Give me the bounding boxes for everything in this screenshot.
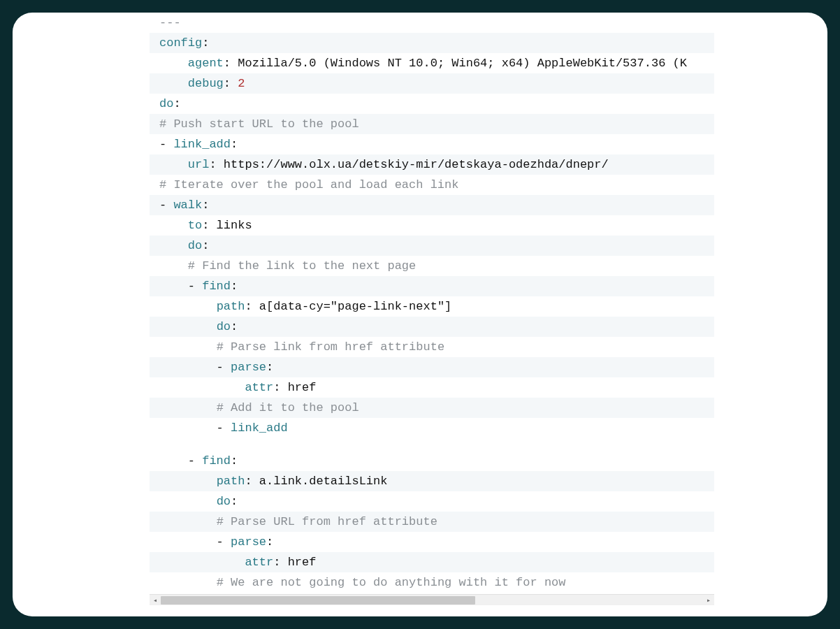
code-token: # Find the link to the next page bbox=[188, 259, 416, 273]
code-token: config bbox=[159, 36, 202, 50]
code-blank-line bbox=[150, 438, 714, 451]
code-token: 2 bbox=[238, 77, 245, 90]
code-token: : bbox=[231, 495, 238, 508]
code-token bbox=[159, 219, 188, 232]
code-line: - find: bbox=[150, 451, 714, 471]
code-token: # Parse link from href attribute bbox=[217, 340, 444, 354]
code-token: agent bbox=[188, 57, 224, 70]
code-token bbox=[159, 401, 217, 414]
code-token: : bbox=[202, 239, 209, 252]
code-token: parse bbox=[231, 361, 266, 374]
code-line: - link_add bbox=[150, 418, 714, 438]
code-token: path bbox=[217, 300, 245, 313]
code-token: : href bbox=[273, 381, 316, 394]
code-token bbox=[159, 340, 217, 354]
code-line: - find: bbox=[150, 276, 714, 296]
code-token: : href bbox=[273, 556, 316, 569]
code-line: attr: href bbox=[150, 377, 714, 398]
code-line: config: bbox=[150, 33, 714, 53]
code-line: # Add it to the pool bbox=[150, 398, 714, 418]
code-token: link_add bbox=[231, 421, 288, 435]
code-token: find bbox=[202, 454, 231, 468]
code-line: # Push start URL to the pool bbox=[150, 114, 714, 134]
code-token: - bbox=[159, 535, 231, 549]
code-token: link_add bbox=[173, 138, 231, 151]
code-token bbox=[159, 259, 188, 273]
code-line: # Parse link from href attribute bbox=[150, 337, 714, 357]
code-token: : links bbox=[202, 219, 252, 232]
code-token bbox=[159, 475, 217, 488]
code-token bbox=[159, 320, 217, 333]
code-block[interactable]: ---config: agent: Mozilla/5.0 (Windows N… bbox=[150, 13, 714, 605]
code-line: debug: 2 bbox=[150, 73, 714, 94]
code-line: do: bbox=[150, 94, 714, 114]
code-token: : bbox=[231, 138, 238, 151]
code-token: : bbox=[231, 280, 238, 293]
code-line: to: links bbox=[150, 215, 714, 236]
code-token: do bbox=[217, 320, 231, 333]
scrollbar-track[interactable] bbox=[161, 595, 703, 606]
code-token: : a[data-cy="page-link-next"] bbox=[245, 300, 451, 313]
code-token: : a.link.detailsLink bbox=[245, 475, 387, 488]
code-token: - bbox=[159, 454, 202, 468]
code-line: attr: href bbox=[150, 552, 714, 572]
code-token: : bbox=[231, 320, 238, 333]
scroll-right-arrow-icon[interactable]: ▸ bbox=[703, 595, 714, 606]
code-token: - bbox=[159, 361, 231, 374]
code-line: agent: Mozilla/5.0 (Windows NT 10.0; Win… bbox=[150, 53, 714, 73]
code-token: - bbox=[159, 138, 173, 151]
scrollbar-thumb[interactable] bbox=[161, 596, 475, 605]
code-token bbox=[159, 576, 217, 589]
code-line: # Parse URL from href attribute bbox=[150, 512, 714, 532]
code-token: attr bbox=[245, 556, 273, 569]
code-line: - link_add: bbox=[150, 134, 714, 154]
code-token bbox=[159, 495, 217, 508]
code-token: : bbox=[231, 454, 238, 468]
code-line: path: a[data-cy="page-link-next"] bbox=[150, 296, 714, 317]
code-token: walk bbox=[173, 198, 202, 212]
code-token: --- bbox=[159, 16, 181, 29]
code-token bbox=[159, 57, 188, 70]
code-token bbox=[159, 515, 217, 528]
code-token: url bbox=[188, 158, 210, 171]
code-token: attr bbox=[245, 381, 273, 394]
horizontal-scrollbar[interactable]: ◂ ▸ bbox=[150, 594, 714, 605]
code-token: # Iterate over the pool and load each li… bbox=[159, 178, 458, 191]
code-token: # Push start URL to the pool bbox=[159, 117, 359, 131]
code-line: # We are not going to do anything with i… bbox=[150, 572, 714, 593]
code-token: # We are not going to do anything with i… bbox=[217, 576, 566, 589]
code-line: path: a.link.detailsLink bbox=[150, 471, 714, 491]
code-token: # Add it to the pool bbox=[217, 401, 359, 414]
code-line: - walk: bbox=[150, 195, 714, 215]
code-token: : bbox=[266, 535, 273, 549]
content-card: ---config: agent: Mozilla/5.0 (Windows N… bbox=[13, 13, 827, 616]
code-line: # Find the link to the next page bbox=[150, 256, 714, 276]
code-token: debug bbox=[188, 77, 224, 90]
code-token: find bbox=[202, 280, 231, 293]
code-token: to bbox=[188, 219, 202, 232]
code-token: # Parse URL from href attribute bbox=[217, 515, 437, 528]
code-token: : Mozilla/5.0 (Windows NT 10.0; Win64; x… bbox=[224, 57, 687, 70]
code-line: do: bbox=[150, 317, 714, 337]
code-token: do bbox=[188, 239, 202, 252]
code-token bbox=[159, 556, 245, 569]
scroll-left-arrow-icon[interactable]: ◂ bbox=[150, 595, 161, 606]
code-token bbox=[159, 381, 245, 394]
code-token: - bbox=[159, 280, 202, 293]
code-token: do bbox=[217, 495, 231, 508]
code-token: - bbox=[159, 198, 173, 212]
code-token: : bbox=[224, 77, 238, 90]
code-token bbox=[159, 300, 217, 313]
code-line: --- bbox=[150, 13, 714, 33]
code-line: - parse: bbox=[150, 532, 714, 552]
code-token: - bbox=[159, 421, 231, 435]
code-token: path bbox=[217, 475, 245, 488]
code-token bbox=[159, 158, 188, 171]
code-line: # Iterate over the pool and load each li… bbox=[150, 175, 714, 195]
code-line: - parse: bbox=[150, 357, 714, 377]
code-token: : bbox=[202, 36, 209, 50]
code-token: : https://www.olx.ua/detskiy-mir/detskay… bbox=[209, 158, 608, 171]
code-line: url: https://www.olx.ua/detskiy-mir/dets… bbox=[150, 154, 714, 175]
code-token: : bbox=[266, 361, 273, 374]
code-line: do: bbox=[150, 491, 714, 512]
